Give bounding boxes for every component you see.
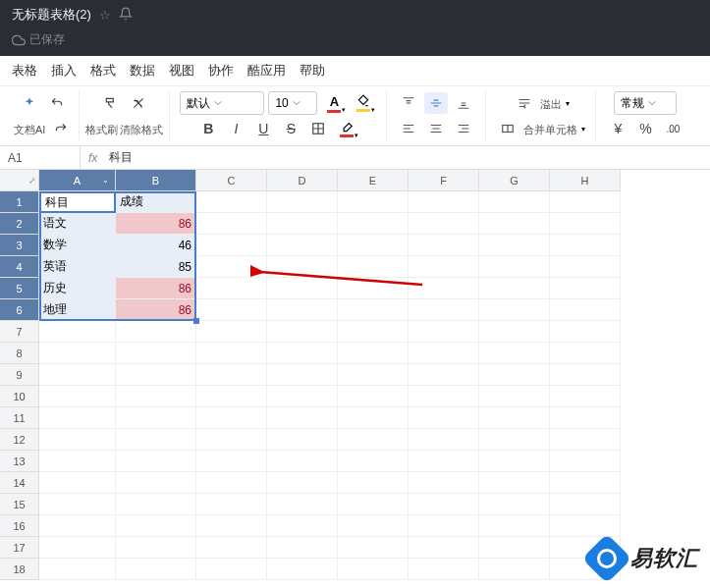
menu-data[interactable]: 数据: [130, 62, 155, 80]
menu-view[interactable]: 视图: [169, 62, 194, 80]
font-family-dropdown[interactable]: 默认: [180, 91, 264, 115]
cell-D12[interactable]: [267, 429, 338, 451]
align-left-icon[interactable]: [397, 118, 420, 139]
cell-E12[interactable]: [338, 429, 409, 451]
bold-button[interactable]: B: [196, 118, 220, 139]
spreadsheet-grid[interactable]: ⤢ A⌄BCDEFGH 123456789101112131415161718 …: [0, 170, 710, 580]
cell-G7[interactable]: [479, 321, 550, 343]
cell-A6[interactable]: 地理: [39, 299, 116, 321]
cell-F4[interactable]: [409, 256, 479, 278]
cell-A13[interactable]: [39, 451, 116, 472]
cell-B16[interactable]: [116, 515, 196, 537]
cell-A3[interactable]: 数学: [39, 235, 116, 256]
cell-B7[interactable]: [116, 321, 196, 343]
cell-D10[interactable]: [267, 386, 338, 407]
cell-D9[interactable]: [267, 364, 338, 386]
cell-F16[interactable]: [409, 515, 479, 537]
cell-D1[interactable]: [267, 191, 338, 213]
row-header-17[interactable]: 17: [0, 537, 39, 559]
cell-G18[interactable]: [479, 559, 550, 580]
cell-C15[interactable]: [196, 494, 267, 515]
cell-B9[interactable]: [116, 364, 196, 386]
cell-A15[interactable]: [39, 494, 116, 515]
cell-G9[interactable]: [479, 364, 550, 386]
cell-B8[interactable]: [116, 343, 196, 364]
align-center-icon[interactable]: [424, 118, 448, 139]
cell-H12[interactable]: [550, 429, 621, 451]
formula-content[interactable]: 科目: [105, 149, 137, 166]
decimal-decrease-button[interactable]: .00: [661, 118, 684, 139]
row-header-10[interactable]: 10: [0, 386, 39, 407]
star-icon[interactable]: ☆: [99, 8, 111, 23]
cell-C9[interactable]: [196, 364, 267, 386]
cell-D6[interactable]: [267, 299, 338, 321]
cell-G17[interactable]: [479, 537, 550, 559]
cell-E7[interactable]: [338, 321, 409, 343]
cell-C18[interactable]: [196, 559, 267, 580]
cell-G10[interactable]: [479, 386, 550, 407]
column-header-D[interactable]: D: [267, 170, 338, 191]
cell-C13[interactable]: [196, 451, 267, 472]
highlight-button[interactable]: ▾: [334, 117, 359, 140]
cell-H2[interactable]: [550, 213, 621, 235]
cell-D3[interactable]: [267, 235, 338, 256]
cell-E14[interactable]: [338, 472, 409, 494]
cell-F18[interactable]: [409, 559, 479, 580]
font-color-button[interactable]: A▾: [321, 91, 347, 115]
row-header-14[interactable]: 14: [0, 472, 39, 494]
menu-help[interactable]: 帮助: [300, 62, 325, 80]
cell-H13[interactable]: [550, 451, 621, 472]
italic-button[interactable]: I: [224, 118, 247, 139]
cell-F2[interactable]: [409, 213, 479, 235]
align-middle-icon[interactable]: [424, 92, 448, 114]
cell-D2[interactable]: [267, 213, 338, 235]
cell-F17[interactable]: [409, 537, 479, 559]
cell-F11[interactable]: [409, 407, 479, 429]
row-header-1[interactable]: 1: [0, 191, 39, 213]
undo-icon[interactable]: [45, 92, 69, 114]
cell-H6[interactable]: [550, 299, 621, 321]
row-header-6[interactable]: 6: [0, 299, 39, 321]
format-painter-label[interactable]: 格式刷: [85, 123, 118, 137]
bell-icon[interactable]: [119, 7, 133, 24]
row-header-9[interactable]: 9: [0, 364, 39, 386]
row-header-18[interactable]: 18: [0, 559, 39, 580]
cell-E6[interactable]: [338, 299, 409, 321]
align-bottom-icon[interactable]: [452, 92, 475, 114]
menu-collab[interactable]: 协作: [208, 62, 234, 80]
cell-D18[interactable]: [267, 559, 338, 580]
cell-A5[interactable]: 历史: [39, 278, 116, 299]
cell-B15[interactable]: [116, 494, 196, 515]
cell-A18[interactable]: [39, 559, 116, 580]
select-all-corner[interactable]: ⤢: [0, 170, 39, 191]
cell-C4[interactable]: [196, 256, 267, 278]
cell-F9[interactable]: [409, 364, 479, 386]
cell-G5[interactable]: [479, 278, 550, 299]
row-header-8[interactable]: 8: [0, 343, 39, 364]
cell-D14[interactable]: [267, 472, 338, 494]
redo-icon[interactable]: [49, 118, 73, 139]
cell-H11[interactable]: [550, 407, 621, 429]
cell-H9[interactable]: [550, 364, 621, 386]
cell-D17[interactable]: [267, 537, 338, 559]
row-header-3[interactable]: 3: [0, 235, 39, 256]
cell-E8[interactable]: [338, 343, 409, 364]
strikethrough-button[interactable]: S: [279, 118, 302, 139]
cell-D5[interactable]: [267, 278, 338, 299]
cell-B4[interactable]: 85: [116, 256, 196, 278]
cell-D13[interactable]: [267, 451, 338, 472]
cell-B1[interactable]: 成绩: [116, 191, 196, 213]
cell-H5[interactable]: [550, 278, 621, 299]
cell-D16[interactable]: [267, 515, 338, 537]
align-top-icon[interactable]: [397, 92, 420, 114]
cell-F12[interactable]: [409, 429, 479, 451]
cell-A12[interactable]: [39, 429, 116, 451]
cell-A17[interactable]: [39, 537, 116, 559]
cell-H4[interactable]: [550, 256, 621, 278]
cell-A11[interactable]: [39, 407, 116, 429]
row-header-12[interactable]: 12: [0, 429, 39, 451]
cell-D8[interactable]: [267, 343, 338, 364]
cell-E2[interactable]: [338, 213, 409, 235]
row-header-7[interactable]: 7: [0, 321, 39, 343]
cell-E4[interactable]: [338, 256, 409, 278]
